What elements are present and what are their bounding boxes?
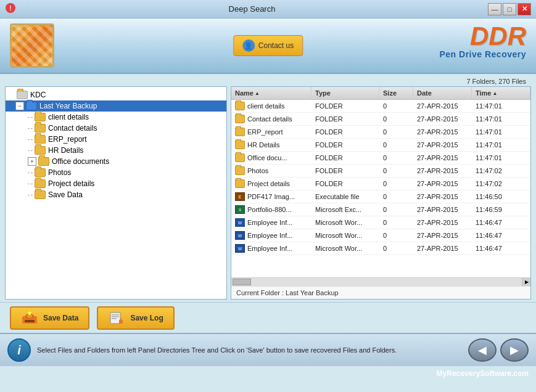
tree-item-hr-details[interactable]: HR Details <box>6 145 226 156</box>
contact-button[interactable]: 👤 Contact us <box>233 35 303 56</box>
tree-item-office-documents[interactable]: + Office documents <box>6 156 226 167</box>
file-time-cell: 11:47:01 <box>472 113 530 125</box>
tree-item-kdc[interactable]: KDC <box>6 89 226 100</box>
tree-item-project-details[interactable]: Project details <box>6 178 226 189</box>
tree-scroll[interactable]: KDC − Last Year Backup client details <box>6 87 226 299</box>
col-header-type[interactable]: Type <box>311 87 379 99</box>
col-header-date[interactable]: Date <box>413 87 472 99</box>
tree-item-save-data-folder[interactable]: Save Data <box>6 189 226 200</box>
current-folder-value: Last Year Backup <box>286 289 339 296</box>
tree-panel: KDC − Last Year Backup client details <box>5 86 227 300</box>
file-size-cell: 0 <box>379 139 413 150</box>
tree-item-contact-details[interactable]: Contact details <box>6 123 226 134</box>
file-row[interactable]: Contact details FOLDER 0 27-APR-2015 11:… <box>231 113 530 126</box>
horizontal-scrollbar[interactable]: ▶ <box>231 277 530 286</box>
file-row[interactable]: X Portfolio-880... Microsoft Exc... 0 27… <box>231 203 530 216</box>
folder-icon <box>235 141 245 149</box>
file-row[interactable]: ERP_report FOLDER 0 27-APR-2015 11:47:01 <box>231 126 530 139</box>
content-panes: KDC − Last Year Backup client details <box>5 86 531 300</box>
file-size-cell: 0 <box>379 191 413 202</box>
file-name-cell: X Portfolio-880... <box>231 203 311 216</box>
file-row[interactable]: Office docu... FOLDER 0 27-APR-2015 11:4… <box>231 152 530 165</box>
file-time-cell: 11:46:59 <box>472 204 530 215</box>
file-type-cell: Microsoft Wor... <box>311 217 379 228</box>
file-date-cell: 27-APR-2015 <box>413 152 472 163</box>
sort-arrow-time: ▲ <box>492 91 497 96</box>
contact-icon: 👤 <box>242 39 255 52</box>
file-size-cell: 0 <box>379 204 413 215</box>
save-log-button[interactable]: Save Log <box>97 306 174 330</box>
file-size-cell: 0 <box>379 152 413 163</box>
file-name-cell: Contact details <box>231 113 311 125</box>
title-bar: ! Deep Search — □ ✕ <box>0 0 536 18</box>
folder-icon <box>235 153 245 162</box>
file-type-cell: FOLDER <box>311 165 379 176</box>
file-row[interactable]: Photos FOLDER 0 27-APR-2015 11:47:02 <box>231 165 530 178</box>
status-message: Select Files and Folders from left Panel… <box>37 346 462 354</box>
footer-brand: MyRecoverySoftware.com <box>0 366 536 381</box>
svg-text:!: ! <box>9 5 11 12</box>
file-type-cell: FOLDER <box>311 178 379 189</box>
file-time-cell: 11:46:47 <box>472 217 530 228</box>
file-type-cell: FOLDER <box>311 100 379 112</box>
svg-rect-9 <box>112 316 119 317</box>
save-data-button[interactable]: Save Data <box>10 306 89 330</box>
file-size-cell: 0 <box>379 178 413 189</box>
file-date-cell: 27-APR-2015 <box>413 178 472 189</box>
sort-arrow-name: ▲ <box>255 91 260 96</box>
file-date-cell: 27-APR-2015 <box>413 217 472 228</box>
scroll-right-button[interactable]: ▶ <box>522 278 530 287</box>
brand-area: DDR Pen Drive Recovery <box>439 23 526 59</box>
file-date-cell: 27-APR-2015 <box>413 113 472 125</box>
status-bar: i Select Files and Folders from left Pan… <box>0 333 536 366</box>
minimize-button[interactable]: — <box>488 3 501 15</box>
svg-rect-5 <box>25 320 35 322</box>
file-time-cell: 11:46:50 <box>472 191 530 202</box>
folder-icon <box>235 102 245 110</box>
file-type-cell: FOLDER <box>311 113 379 125</box>
forward-button[interactable]: ▶ <box>500 338 529 362</box>
tree-item-photos[interactable]: Photos <box>6 167 226 178</box>
file-row[interactable]: HR Details FOLDER 0 27-APR-2015 11:47:01 <box>231 139 530 152</box>
tree-item-last-year-backup[interactable]: − Last Year Backup <box>6 100 226 112</box>
current-folder-bar: Current Folder : Last Year Backup <box>231 286 530 299</box>
maximize-button[interactable]: □ <box>503 3 516 15</box>
file-time-cell: 11:47:01 <box>472 126 530 137</box>
col-header-name[interactable]: Name ▲ <box>231 87 311 99</box>
col-header-time[interactable]: Time ▲ <box>472 87 530 99</box>
file-time-cell: 11:47:02 <box>472 178 530 189</box>
save-data-icon <box>21 311 38 325</box>
svg-rect-10 <box>112 318 117 319</box>
word-icon: W <box>235 231 245 240</box>
folder-icon <box>235 166 245 175</box>
file-row[interactable]: Project details FOLDER 0 27-APR-2015 11:… <box>231 178 530 190</box>
save-log-icon <box>108 311 125 325</box>
tree-item-erp-report[interactable]: ERP_report <box>6 134 226 145</box>
tree-item-client-details[interactable]: client details <box>6 112 226 123</box>
file-name-cell: W Employee Inf... <box>231 229 311 242</box>
file-row[interactable]: E PDF417 Imag... Executable file 0 27-AP… <box>231 190 530 203</box>
file-size-cell: 0 <box>379 126 413 137</box>
file-date-cell: 27-APR-2015 <box>413 139 472 150</box>
window-controls: — □ ✕ <box>488 3 531 15</box>
app-title: Deep Search <box>16 4 488 14</box>
expand-office-icon[interactable]: + <box>28 157 36 166</box>
back-button[interactable]: ◀ <box>468 338 497 362</box>
main-content: 7 Folders, 270 Files KDC − Last Year Bac… <box>0 74 536 302</box>
file-date-cell: 27-APR-2015 <box>413 204 472 215</box>
file-row[interactable]: W Employee Inf... Microsoft Wor... 0 27-… <box>231 242 530 255</box>
close-button[interactable]: ✕ <box>517 3 531 15</box>
file-time-cell: 11:47:01 <box>472 152 530 163</box>
file-name-cell: client details <box>231 100 311 112</box>
file-row[interactable]: W Employee Inf... Microsoft Wor... 0 27-… <box>231 229 530 242</box>
svg-marker-12 <box>120 318 122 320</box>
file-table-header: Name ▲ Type Size Date Time ▲ <box>231 87 530 100</box>
file-size-cell: 0 <box>379 243 413 254</box>
file-name-cell: Photos <box>231 165 311 177</box>
col-header-size[interactable]: Size <box>379 87 413 99</box>
file-row[interactable]: client details FOLDER 0 27-APR-2015 11:4… <box>231 100 530 113</box>
file-size-cell: 0 <box>379 217 413 228</box>
file-row[interactable]: W Employee Inf... Microsoft Wor... 0 27-… <box>231 216 530 229</box>
file-list[interactable]: client details FOLDER 0 27-APR-2015 11:4… <box>231 100 530 277</box>
expand-icon[interactable]: − <box>15 102 24 110</box>
